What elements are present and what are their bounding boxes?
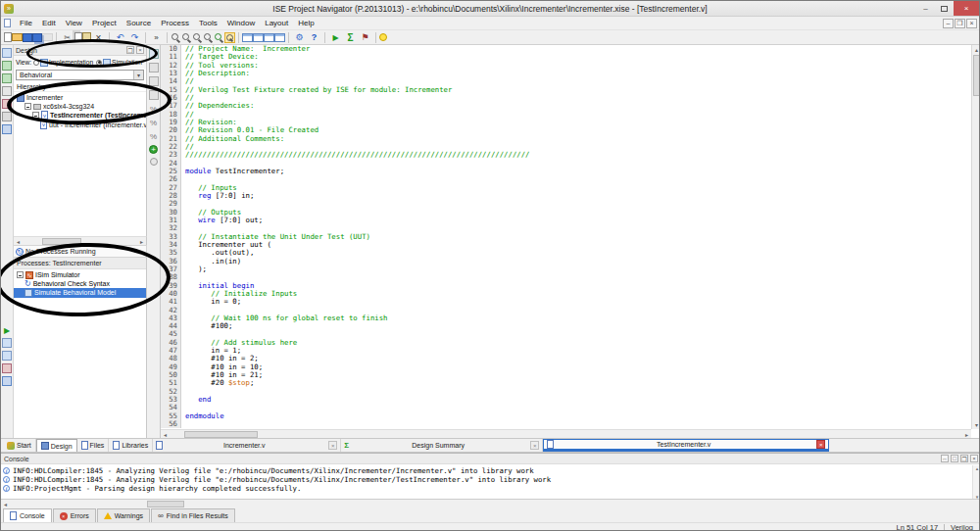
scroll-up-icon[interactable] [972, 45, 980, 54]
open-folder-icon[interactable] [12, 33, 23, 41]
editor-line[interactable]: 51 #20 $stop; [161, 379, 971, 387]
undo-icon[interactable]: ↶ [113, 31, 127, 44]
project-properties-icon[interactable] [2, 99, 12, 109]
paste-icon[interactable] [82, 32, 91, 42]
editor-line[interactable]: 49 #10 in = 10; [161, 363, 971, 371]
copy-icon[interactable] [74, 32, 82, 42]
minimize-button[interactable]: – [916, 1, 935, 16]
float-panel-icon[interactable]: ❐ [960, 455, 968, 462]
editor-line[interactable]: 33 // Instantiate the Unit Under Test (U… [161, 233, 971, 241]
panel-tab-files[interactable]: Files [77, 439, 110, 452]
open-example-icon[interactable] [2, 86, 12, 96]
editor-line[interactable]: 36 .in(in) [161, 258, 971, 266]
zoom-in-icon[interactable] [171, 32, 181, 43]
editor-line[interactable]: 12// Tool versions: [161, 62, 971, 70]
overflow-chevron-icon[interactable]: » [149, 31, 164, 44]
flag-icon[interactable]: ⚑ [358, 31, 372, 44]
design-summary-icon[interactable]: Σ [343, 31, 358, 44]
console-vscrollbar[interactable] [972, 465, 980, 500]
editor-vscrollbar[interactable] [971, 45, 980, 429]
dock-icon[interactable]: ↔ [941, 455, 949, 462]
editor-line[interactable]: 43 // Wait 100 ns for global reset to fi… [161, 314, 971, 322]
close-button[interactable]: × [954, 1, 979, 16]
float-panel-icon[interactable]: ❐ [126, 46, 134, 54]
editor-line[interactable]: 50 #10 in = 21; [161, 371, 971, 379]
print-icon[interactable] [42, 33, 53, 41]
delete-icon[interactable]: × [91, 31, 106, 44]
menu-view[interactable]: View [61, 19, 87, 27]
menu-process[interactable]: Process [156, 19, 194, 27]
doc-tab-incrementer-v[interactable]: Incrementer.v× [153, 439, 341, 452]
hierarchy-item-0[interactable]: Incrementer [14, 93, 146, 102]
editor-line[interactable]: 30 // Outputs [161, 209, 971, 217]
zoom-selection-icon[interactable] [192, 32, 203, 43]
record-icon[interactable] [150, 158, 158, 166]
cascade-windows-icon[interactable] [242, 33, 253, 42]
toggle-panel-icon[interactable] [2, 124, 12, 134]
mdi-minimize-button[interactable]: – [943, 19, 954, 28]
editor-line[interactable]: 21// Additional Comments: [161, 135, 971, 143]
behavioral-dropdown[interactable]: Behavioral [16, 70, 144, 80]
hierarchy-item-1[interactable]: xc6slx4-3csg324 [14, 102, 146, 111]
menu-project[interactable]: Project [87, 19, 122, 27]
editor-line[interactable]: 23//////////////////////////////////////… [161, 151, 971, 159]
add-copy-source-icon[interactable] [2, 73, 12, 83]
mdi-close-button[interactable]: × [966, 19, 977, 28]
process-item-1[interactable]: Behavioral Check Syntax [14, 279, 146, 288]
filter-icon[interactable] [149, 90, 159, 100]
maximize-panel-icon[interactable]: □ [951, 455, 958, 462]
editor-line[interactable]: 15// Verilog Test Fixture created by ISE… [161, 86, 971, 94]
tile-vertical-icon[interactable] [264, 33, 274, 42]
save-icon[interactable] [23, 33, 32, 42]
panel-tab-libraries[interactable]: Libraries [109, 439, 153, 452]
menu-file[interactable]: File [15, 19, 37, 27]
radio-icon[interactable] [96, 60, 102, 66]
editor-line[interactable]: 27 // Inputs [161, 184, 971, 192]
editor-line[interactable]: 11// Target Device: [161, 53, 971, 61]
scroll-down-icon[interactable] [972, 420, 980, 429]
new-source-icon[interactable] [2, 48, 12, 58]
close-tab-icon[interactable]: × [816, 440, 825, 449]
zoom-fit-icon[interactable] [203, 32, 214, 43]
editor-line[interactable]: 16// [161, 94, 971, 102]
process-item-0[interactable]: ISim Simulator [14, 270, 146, 279]
close-panel-icon[interactable]: × [136, 46, 144, 54]
editor-line[interactable]: 48 #10 in = 2; [161, 355, 971, 362]
context-help-icon[interactable]: ? [307, 31, 321, 44]
wrench-icon[interactable]: ⚙ [292, 31, 307, 44]
rerun-all-icon[interactable] [2, 351, 12, 361]
design-panel-hscrollbar[interactable] [14, 236, 147, 245]
add-source-icon[interactable] [2, 61, 12, 71]
maximize-button[interactable] [935, 1, 954, 16]
run-process-icon[interactable]: ▶ [2, 325, 12, 335]
zoom-doc-icon[interactable] [214, 32, 224, 43]
menu-help[interactable]: Help [293, 19, 318, 27]
editor-line[interactable]: 56 [161, 420, 971, 428]
close-tab-icon[interactable]: × [530, 441, 539, 450]
chevron-down-icon[interactable] [133, 71, 143, 79]
percent2-icon[interactable]: % [149, 118, 159, 127]
panel-tab-design[interactable]: Design [36, 439, 77, 452]
scrollbar-thumb[interactable] [973, 55, 980, 96]
view-option-implementation[interactable]: Implementation [33, 59, 93, 67]
editor-line[interactable]: 26 [161, 175, 971, 183]
editor-line[interactable]: 55endmodule [161, 412, 971, 420]
menu-source[interactable]: Source [122, 19, 156, 27]
editor-line[interactable]: 41 in = 0; [161, 298, 971, 306]
doc-tab-design-summary[interactable]: Design Summary× [341, 439, 543, 452]
expander-icon[interactable] [24, 103, 31, 110]
editor-line[interactable]: 47 in = 1; [161, 347, 971, 355]
editor-line[interactable]: 40 // Initialize Inputs [161, 290, 971, 298]
save-all-icon[interactable] [32, 33, 42, 42]
add-circle-icon[interactable]: + [149, 145, 158, 154]
expander-icon[interactable] [17, 271, 24, 278]
editor-line[interactable]: 28 reg [7:0] in; [161, 192, 971, 200]
editor-line[interactable]: 29 [161, 200, 971, 208]
expander-icon[interactable] [32, 112, 39, 119]
code-editor[interactable]: 10// Project Name: Incrementer11// Targe… [161, 45, 971, 429]
collapse-all-icon[interactable] [149, 63, 159, 72]
editor-line[interactable]: 52 [161, 388, 971, 396]
editor-line[interactable]: 13// Description: [161, 70, 971, 77]
bottom-tab-warnings[interactable]: Warnings [97, 508, 150, 522]
editor-line[interactable]: 37 ); [161, 266, 971, 273]
